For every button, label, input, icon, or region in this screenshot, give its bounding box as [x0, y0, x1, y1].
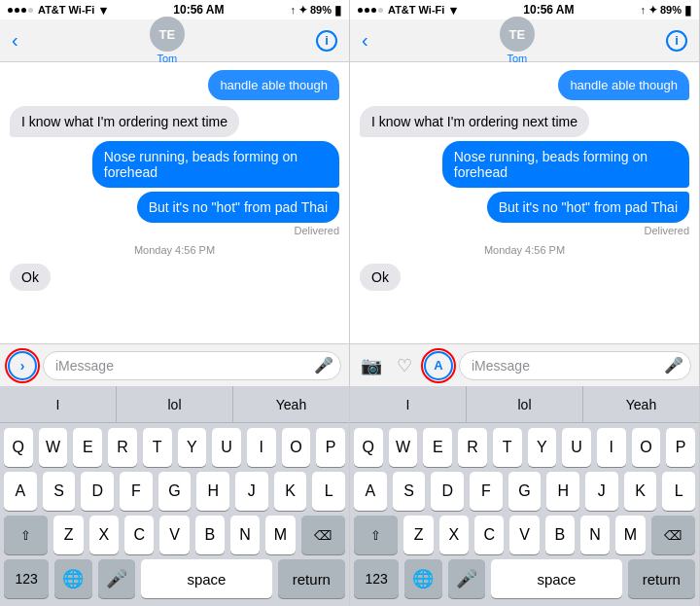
autocomplete-I-left[interactable]: I — [0, 386, 117, 422]
autocomplete-yeah-left[interactable]: Yeah — [233, 386, 349, 422]
key-Z-left[interactable]: Z — [53, 516, 83, 554]
camera-button-right[interactable]: 📷 — [358, 352, 385, 379]
key-D-right[interactable]: D — [431, 472, 464, 511]
key-Y-right[interactable]: Y — [528, 428, 557, 467]
imessage-input-left[interactable]: iMessage — [43, 351, 341, 380]
key-backspace-left[interactable]: ⌫ — [301, 516, 345, 554]
key-mic-left[interactable]: 🎤 — [98, 559, 135, 598]
key-S-right[interactable]: S — [393, 472, 426, 511]
delivered-text-right: Delivered — [645, 225, 689, 236]
key-O-right[interactable]: O — [632, 428, 661, 467]
wifi-icon-right: ▾ — [450, 3, 457, 18]
key-return-right[interactable]: return — [628, 559, 695, 598]
key-T-right[interactable]: T — [493, 428, 522, 467]
key-S-left[interactable]: S — [43, 472, 76, 511]
autocomplete-I-right[interactable]: I — [350, 386, 467, 422]
key-E-left[interactable]: E — [73, 428, 102, 467]
input-wrapper-left: iMessage 🎤 — [43, 351, 341, 380]
message-partial-right: handle able though — [558, 70, 689, 100]
expand-button-right[interactable]: A — [424, 351, 453, 380]
left-panel: AT&T Wi-Fi ▾ 10:56 AM ↑ ✦ 89% ▮ ‹ TE Tom… — [0, 0, 350, 606]
key-V-right[interactable]: V — [509, 516, 539, 554]
info-button-left[interactable]: i — [316, 30, 337, 52]
key-L-left[interactable]: L — [312, 472, 345, 511]
key-W-left[interactable]: W — [39, 428, 68, 467]
key-A-left[interactable]: A — [4, 472, 37, 511]
key-B-left[interactable]: B — [195, 516, 225, 554]
key-V-left[interactable]: V — [159, 516, 189, 554]
key-I-right[interactable]: I — [597, 428, 626, 467]
key-C-left[interactable]: C — [124, 516, 154, 554]
key-P-left[interactable]: P — [316, 428, 345, 467]
key-Q-left[interactable]: Q — [4, 428, 33, 467]
key-G-right[interactable]: G — [508, 472, 542, 511]
key-space-left[interactable]: space — [141, 559, 272, 598]
back-button-left[interactable]: ‹ — [12, 29, 18, 52]
key-J-left[interactable]: J — [235, 472, 268, 511]
key-X-right[interactable]: X — [439, 516, 469, 554]
key-H-right[interactable]: H — [546, 472, 579, 511]
key-D-left[interactable]: D — [81, 472, 114, 511]
key-Y-left[interactable]: Y — [178, 428, 207, 467]
status-carrier-right: AT&T Wi-Fi ▾ — [358, 3, 457, 18]
key-F-right[interactable]: F — [470, 472, 503, 511]
key-W-right[interactable]: W — [389, 428, 418, 467]
key-backspace-right[interactable]: ⌫ — [651, 516, 695, 554]
key-R-left[interactable]: R — [108, 428, 137, 467]
key-X-left[interactable]: X — [89, 516, 119, 554]
key-R-right[interactable]: R — [458, 428, 487, 467]
key-Z-right[interactable]: Z — [403, 516, 433, 554]
messages-area-left: handle able though I know what I'm order… — [0, 62, 349, 343]
key-U-left[interactable]: U — [212, 428, 241, 467]
key-shift-right[interactable]: ⇧ — [354, 516, 398, 554]
autocomplete-lol-left[interactable]: lol — [117, 386, 233, 422]
key-E-right[interactable]: E — [423, 428, 452, 467]
autocomplete-yeah-right[interactable]: Yeah — [583, 386, 699, 422]
message-right-r1: Nose running, beads forming on forehead — [442, 141, 689, 188]
key-P-right[interactable]: P — [666, 428, 695, 467]
key-shift-left[interactable]: ⇧ — [4, 516, 48, 554]
key-globe-right[interactable]: 🌐 — [404, 559, 441, 598]
back-button-right[interactable]: ‹ — [362, 29, 368, 52]
key-C-right[interactable]: C — [474, 516, 504, 554]
signal-dot-3 — [21, 8, 26, 13]
key-row-1-right: Q W E R T Y U I O P — [350, 423, 699, 467]
key-M-right[interactable]: M — [615, 516, 645, 554]
key-N-left[interactable]: N — [230, 516, 260, 554]
key-num-right[interactable]: 123 — [354, 559, 399, 598]
nav-center-right[interactable]: TE Tom — [500, 17, 535, 64]
expand-button-left[interactable]: › — [8, 351, 37, 380]
key-space-right[interactable]: space — [491, 559, 622, 598]
key-K-left[interactable]: K — [274, 472, 307, 511]
key-N-right[interactable]: N — [580, 516, 610, 554]
key-T-left[interactable]: T — [143, 428, 172, 467]
imessage-input-right[interactable]: iMessage — [459, 351, 691, 380]
key-I-left[interactable]: I — [247, 428, 276, 467]
key-K-right[interactable]: K — [624, 472, 657, 511]
nav-bar-right: ‹ TE Tom i — [350, 19, 699, 62]
key-G-left[interactable]: G — [158, 472, 192, 511]
signal-dot-1 — [8, 8, 13, 13]
key-Q-right[interactable]: Q — [354, 428, 383, 467]
key-A-right[interactable]: A — [354, 472, 387, 511]
key-M-left[interactable]: M — [265, 516, 295, 554]
autocomplete-lol-right[interactable]: lol — [467, 386, 583, 422]
info-button-right[interactable]: i — [666, 30, 687, 52]
key-return-left[interactable]: return — [278, 559, 345, 598]
key-L-right[interactable]: L — [662, 472, 695, 511]
nav-center-left[interactable]: TE Tom — [150, 17, 185, 64]
keyboard-left: Q W E R T Y U I O P A S D F G H J K L ⇧ … — [0, 423, 349, 606]
key-num-left[interactable]: 123 — [4, 559, 49, 598]
heart-button-right[interactable]: ♡ — [391, 352, 418, 379]
key-B-right[interactable]: B — [545, 516, 575, 554]
key-mic-right[interactable]: 🎤 — [448, 559, 485, 598]
key-F-left[interactable]: F — [120, 472, 153, 511]
key-H-left[interactable]: H — [196, 472, 229, 511]
key-U-right[interactable]: U — [562, 428, 591, 467]
key-O-left[interactable]: O — [282, 428, 311, 467]
message-left-r1: I know what I'm ordering next time — [360, 106, 589, 137]
battery-icon-left: ▮ — [334, 3, 341, 18]
messages-area-right: handle able though I know what I'm order… — [350, 62, 699, 343]
key-J-right[interactable]: J — [585, 472, 618, 511]
key-globe-left[interactable]: 🌐 — [54, 559, 91, 598]
